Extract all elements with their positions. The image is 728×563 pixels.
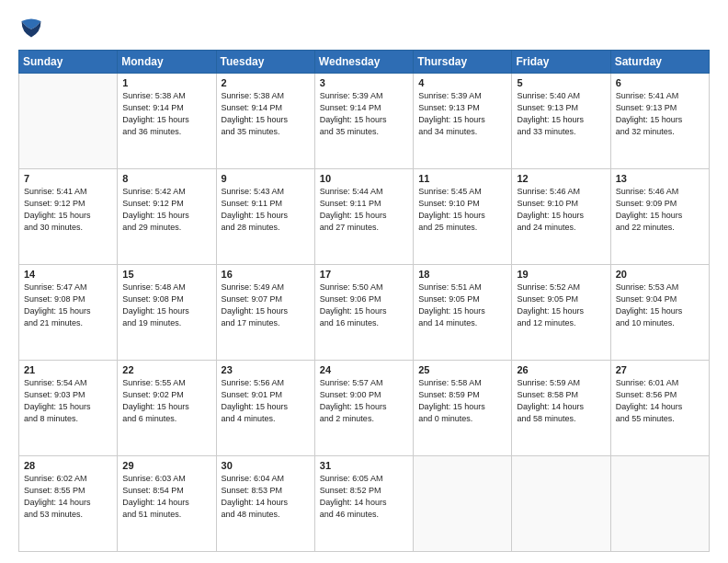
day-number: 19 xyxy=(517,269,605,280)
day-info: Sunrise: 5:59 AM Sunset: 8:58 PM Dayligh… xyxy=(517,377,605,425)
week-row-4: 21Sunrise: 5:54 AM Sunset: 9:03 PM Dayli… xyxy=(19,361,710,456)
day-cell: 14Sunrise: 5:47 AM Sunset: 9:08 PM Dayli… xyxy=(19,265,118,361)
day-info: Sunrise: 6:05 AM Sunset: 8:52 PM Dayligh… xyxy=(320,473,408,521)
day-info: Sunrise: 5:46 AM Sunset: 9:10 PM Dayligh… xyxy=(517,186,605,234)
day-info: Sunrise: 6:02 AM Sunset: 8:55 PM Dayligh… xyxy=(24,473,112,521)
day-cell: 28Sunrise: 6:02 AM Sunset: 8:55 PM Dayli… xyxy=(19,456,118,552)
day-cell: 9Sunrise: 5:43 AM Sunset: 9:11 PM Daylig… xyxy=(216,169,314,265)
day-info: Sunrise: 5:55 AM Sunset: 9:02 PM Dayligh… xyxy=(122,377,210,425)
day-info: Sunrise: 5:49 AM Sunset: 9:07 PM Dayligh… xyxy=(222,282,310,329)
day-number: 26 xyxy=(517,364,605,375)
day-info: Sunrise: 6:04 AM Sunset: 8:53 PM Dayligh… xyxy=(222,473,310,521)
day-cell: 1Sunrise: 5:38 AM Sunset: 9:14 PM Daylig… xyxy=(118,74,216,169)
day-info: Sunrise: 5:41 AM Sunset: 9:13 PM Dayligh… xyxy=(616,90,704,138)
day-cell: 29Sunrise: 6:03 AM Sunset: 8:54 PM Dayli… xyxy=(118,456,216,552)
day-cell xyxy=(512,456,610,552)
day-number: 22 xyxy=(122,364,210,375)
day-cell: 13Sunrise: 5:46 AM Sunset: 9:09 PM Dayli… xyxy=(610,169,709,265)
weekday-monday: Monday xyxy=(118,51,216,74)
day-number: 5 xyxy=(517,77,605,88)
day-cell: 3Sunrise: 5:39 AM Sunset: 9:14 PM Daylig… xyxy=(314,74,413,169)
day-info: Sunrise: 5:44 AM Sunset: 9:11 PM Dayligh… xyxy=(320,186,408,234)
day-info: Sunrise: 5:52 AM Sunset: 9:05 PM Dayligh… xyxy=(517,282,605,329)
weekday-thursday: Thursday xyxy=(414,51,512,74)
day-info: Sunrise: 5:45 AM Sunset: 9:10 PM Dayligh… xyxy=(418,186,506,234)
day-info: Sunrise: 5:48 AM Sunset: 9:08 PM Dayligh… xyxy=(122,282,210,329)
day-cell: 20Sunrise: 5:53 AM Sunset: 9:04 PM Dayli… xyxy=(610,265,709,361)
day-info: Sunrise: 5:56 AM Sunset: 9:01 PM Dayligh… xyxy=(222,377,310,425)
day-cell: 10Sunrise: 5:44 AM Sunset: 9:11 PM Dayli… xyxy=(314,169,413,265)
week-row-2: 7Sunrise: 5:41 AM Sunset: 9:12 PM Daylig… xyxy=(19,169,710,265)
day-info: Sunrise: 5:51 AM Sunset: 9:05 PM Dayligh… xyxy=(418,282,506,329)
weekday-sunday: Sunday xyxy=(19,51,118,74)
weekday-tuesday: Tuesday xyxy=(216,51,314,74)
day-number: 9 xyxy=(222,173,310,184)
day-number: 15 xyxy=(122,269,210,280)
day-cell: 23Sunrise: 5:56 AM Sunset: 9:01 PM Dayli… xyxy=(216,361,314,456)
day-info: Sunrise: 6:01 AM Sunset: 8:56 PM Dayligh… xyxy=(616,377,704,425)
day-cell: 26Sunrise: 5:59 AM Sunset: 8:58 PM Dayli… xyxy=(512,361,610,456)
day-info: Sunrise: 5:47 AM Sunset: 9:08 PM Dayligh… xyxy=(24,282,112,329)
weekday-wednesday: Wednesday xyxy=(314,51,413,74)
day-number: 11 xyxy=(418,173,506,184)
logo xyxy=(18,15,48,40)
day-cell: 2Sunrise: 5:38 AM Sunset: 9:14 PM Daylig… xyxy=(216,74,314,169)
day-cell: 27Sunrise: 6:01 AM Sunset: 8:56 PM Dayli… xyxy=(610,361,709,456)
day-number: 25 xyxy=(418,364,506,375)
day-info: Sunrise: 5:41 AM Sunset: 9:12 PM Dayligh… xyxy=(24,186,112,234)
day-cell xyxy=(414,456,512,552)
day-info: Sunrise: 5:42 AM Sunset: 9:12 PM Dayligh… xyxy=(122,186,210,234)
day-number: 3 xyxy=(320,77,408,88)
day-info: Sunrise: 5:40 AM Sunset: 9:13 PM Dayligh… xyxy=(517,90,605,138)
day-cell: 6Sunrise: 5:41 AM Sunset: 9:13 PM Daylig… xyxy=(610,74,709,169)
day-info: Sunrise: 5:38 AM Sunset: 9:14 PM Dayligh… xyxy=(122,90,210,138)
day-number: 30 xyxy=(222,460,310,471)
day-number: 20 xyxy=(616,269,704,280)
day-cell: 16Sunrise: 5:49 AM Sunset: 9:07 PM Dayli… xyxy=(216,265,314,361)
day-number: 27 xyxy=(616,364,704,375)
day-info: Sunrise: 5:54 AM Sunset: 9:03 PM Dayligh… xyxy=(24,377,112,425)
day-cell: 12Sunrise: 5:46 AM Sunset: 9:10 PM Dayli… xyxy=(512,169,610,265)
day-number: 17 xyxy=(320,269,408,280)
day-number: 10 xyxy=(320,173,408,184)
day-info: Sunrise: 5:39 AM Sunset: 9:14 PM Dayligh… xyxy=(320,90,408,138)
week-row-3: 14Sunrise: 5:47 AM Sunset: 9:08 PM Dayli… xyxy=(19,265,710,361)
week-row-1: 1Sunrise: 5:38 AM Sunset: 9:14 PM Daylig… xyxy=(19,74,710,169)
day-number: 29 xyxy=(122,460,210,471)
day-cell xyxy=(610,456,709,552)
day-info: Sunrise: 5:53 AM Sunset: 9:04 PM Dayligh… xyxy=(616,282,704,329)
day-cell: 25Sunrise: 5:58 AM Sunset: 8:59 PM Dayli… xyxy=(414,361,512,456)
day-info: Sunrise: 5:46 AM Sunset: 9:09 PM Dayligh… xyxy=(616,186,704,234)
day-cell: 30Sunrise: 6:04 AM Sunset: 8:53 PM Dayli… xyxy=(216,456,314,552)
day-number: 21 xyxy=(24,364,112,375)
day-cell: 11Sunrise: 5:45 AM Sunset: 9:10 PM Dayli… xyxy=(414,169,512,265)
day-number: 1 xyxy=(122,77,210,88)
weekday-saturday: Saturday xyxy=(610,51,709,74)
calendar-body: 1Sunrise: 5:38 AM Sunset: 9:14 PM Daylig… xyxy=(19,74,710,552)
page: SundayMondayTuesdayWednesdayThursdayFrid… xyxy=(0,0,728,563)
day-cell: 19Sunrise: 5:52 AM Sunset: 9:05 PM Dayli… xyxy=(512,265,610,361)
day-info: Sunrise: 5:38 AM Sunset: 9:14 PM Dayligh… xyxy=(222,90,310,138)
day-cell: 21Sunrise: 5:54 AM Sunset: 9:03 PM Dayli… xyxy=(19,361,118,456)
day-cell: 22Sunrise: 5:55 AM Sunset: 9:02 PM Dayli… xyxy=(118,361,216,456)
day-number: 13 xyxy=(616,173,704,184)
day-number: 18 xyxy=(418,269,506,280)
header xyxy=(18,15,710,40)
day-number: 23 xyxy=(222,364,310,375)
day-info: Sunrise: 5:58 AM Sunset: 8:59 PM Dayligh… xyxy=(418,377,506,425)
day-cell: 15Sunrise: 5:48 AM Sunset: 9:08 PM Dayli… xyxy=(118,265,216,361)
weekday-friday: Friday xyxy=(512,51,610,74)
day-cell: 7Sunrise: 5:41 AM Sunset: 9:12 PM Daylig… xyxy=(19,169,118,265)
day-info: Sunrise: 5:39 AM Sunset: 9:13 PM Dayligh… xyxy=(418,90,506,138)
day-cell: 4Sunrise: 5:39 AM Sunset: 9:13 PM Daylig… xyxy=(414,74,512,169)
calendar-table: SundayMondayTuesdayWednesdayThursdayFrid… xyxy=(18,50,710,552)
day-number: 16 xyxy=(222,269,310,280)
day-number: 14 xyxy=(24,269,112,280)
day-info: Sunrise: 5:50 AM Sunset: 9:06 PM Dayligh… xyxy=(320,282,408,329)
day-cell: 18Sunrise: 5:51 AM Sunset: 9:05 PM Dayli… xyxy=(414,265,512,361)
day-info: Sunrise: 5:43 AM Sunset: 9:11 PM Dayligh… xyxy=(222,186,310,234)
day-info: Sunrise: 6:03 AM Sunset: 8:54 PM Dayligh… xyxy=(122,473,210,521)
day-number: 28 xyxy=(24,460,112,471)
day-cell: 31Sunrise: 6:05 AM Sunset: 8:52 PM Dayli… xyxy=(314,456,413,552)
day-cell: 8Sunrise: 5:42 AM Sunset: 9:12 PM Daylig… xyxy=(118,169,216,265)
